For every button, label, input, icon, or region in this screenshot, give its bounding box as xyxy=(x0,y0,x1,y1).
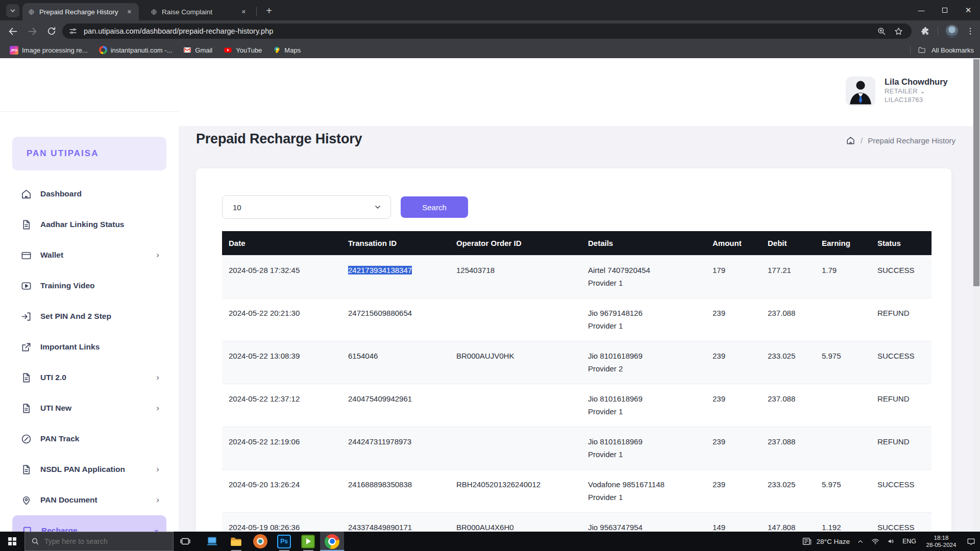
bookmark-instantpanuti[interactable]: instantpanuti.com -... xyxy=(94,43,177,57)
toolbar-right xyxy=(920,23,975,39)
cell-debit: 237.088 xyxy=(761,384,815,427)
zoom-icon[interactable] xyxy=(877,27,887,36)
home-icon[interactable] xyxy=(846,136,855,145)
sidebar-item-uti-new[interactable]: UTI New › xyxy=(0,393,179,423)
sidebar-item-uti-2-0[interactable]: UTI 2.0 › xyxy=(0,362,179,393)
bookmark-maps[interactable]: Maps xyxy=(268,43,305,57)
wifi-icon[interactable] xyxy=(871,537,880,545)
bookmark-label: YouTube xyxy=(236,46,262,54)
new-tab-button[interactable]: + xyxy=(262,4,276,17)
sidebar-item-training-video[interactable]: Training Video xyxy=(0,270,179,301)
taskbar-app-play[interactable] xyxy=(296,532,320,551)
tab-close-icon[interactable]: ✕ xyxy=(239,8,248,16)
address-bar[interactable]: pan.utipaisa.com/dashboard/prepaid-recha… xyxy=(62,23,912,39)
news-weather-widget[interactable]: 28°C Haze xyxy=(802,536,849,546)
omnibox-actions xyxy=(877,27,903,36)
cell-date: 2024-05-22 12:37:12 xyxy=(222,384,341,427)
cell-debit: 237.088 xyxy=(761,298,815,341)
taskbar-app-chrome[interactable] xyxy=(320,532,344,551)
taskbar-app-photoshop[interactable]: Ps xyxy=(272,532,296,551)
sidebar-item-pan-track[interactable]: PAN Track xyxy=(0,423,179,454)
browser-tabstrip: Prepaid Recharge History ✕ Raise Complai… xyxy=(0,0,980,20)
sidebar-item-wallet[interactable]: Wallet › xyxy=(0,240,179,270)
cell-operator-order-id: BR000AUJV0HK xyxy=(450,341,581,384)
tab-list-button[interactable] xyxy=(6,4,19,17)
folder-icon xyxy=(918,46,926,55)
task-view-button[interactable] xyxy=(174,532,197,551)
cell-details: Jio 8101618969Provider 2 xyxy=(581,341,706,384)
minimize-button[interactable]: — xyxy=(910,0,933,20)
tab-prepaid-recharge-history[interactable]: Prepaid Recharge History ✕ xyxy=(22,3,139,20)
breadcrumb-current: Prepaid Recharge History xyxy=(868,136,955,145)
user-profile[interactable]: Lila Chowdhury RETAILER ⌄ LILAC18763 xyxy=(846,77,948,106)
cell-amount: 239 xyxy=(706,470,761,512)
user-role[interactable]: RETAILER ⌄ xyxy=(885,87,948,95)
table-header-row: Date Transation ID Operator Order ID Det… xyxy=(222,231,932,255)
browser-profile-avatar[interactable] xyxy=(945,24,959,38)
menu-dots-icon[interactable] xyxy=(966,27,975,36)
compass-icon xyxy=(20,433,32,445)
taskbar-app-file-explorer[interactable] xyxy=(224,532,248,551)
tray-chevron-up-icon[interactable] xyxy=(856,538,864,545)
taskbar-search[interactable] xyxy=(24,532,174,551)
url-text: pan.utipaisa.com/dashboard/prepaid-recha… xyxy=(84,27,877,35)
clock[interactable]: 18:18 28-05-2024 xyxy=(923,534,960,548)
scrollbar-thumb[interactable] xyxy=(973,59,979,286)
sidebar-item-aadhar-linking-status[interactable]: Aadhar Linking Status xyxy=(0,209,179,240)
maps-icon xyxy=(273,46,281,54)
cell-earning: 1.192 xyxy=(815,513,871,532)
taskbar-search-input[interactable] xyxy=(44,537,157,545)
taskbar-app-photos[interactable] xyxy=(248,532,272,551)
action-center-icon[interactable] xyxy=(966,537,976,546)
system-tray: 28°C Haze ENG 18:18 28-05-2024 xyxy=(802,532,980,551)
volume-icon[interactable] xyxy=(887,537,896,545)
page-size-select[interactable]: 10 xyxy=(222,195,391,219)
chevron-down-icon xyxy=(10,8,16,14)
close-button[interactable]: ✕ xyxy=(957,0,980,20)
extensions-puzzle-icon[interactable] xyxy=(920,26,930,36)
sidebar-item-pan-document[interactable]: PAN Document › xyxy=(0,485,179,515)
bookmark-image-processing[interactable]: JPG Image processing re... xyxy=(5,43,92,57)
bookmark-youtube[interactable]: YouTube xyxy=(219,43,266,57)
cell-operator-order-id: RBH2405201326240012 xyxy=(450,470,581,512)
taskbar-app-pc[interactable] xyxy=(200,532,224,551)
col-header-status: Status xyxy=(871,239,932,247)
avatar xyxy=(846,77,875,106)
bookmark-label: Maps xyxy=(284,46,301,54)
page-scrollbar[interactable] xyxy=(973,58,980,532)
sidebar-item-nsdl-pan-application[interactable]: NSDL PAN Application › xyxy=(0,454,179,485)
all-bookmarks[interactable]: All Bookmarks xyxy=(910,45,974,55)
sidebar-item-dashboard[interactable]: Dashboard xyxy=(0,179,179,209)
sidebar-item-recharge[interactable]: Recharge › xyxy=(12,515,166,532)
reload-button[interactable] xyxy=(42,22,61,40)
tab-raise-complaint[interactable]: Raise Complaint ✕ xyxy=(145,3,253,20)
bookmark-star-icon[interactable] xyxy=(894,27,903,36)
sidebar-item-important-links[interactable]: Important Links xyxy=(0,332,179,362)
bookmark-gmail[interactable]: Gmail xyxy=(179,43,217,57)
chevron-right-icon: › xyxy=(156,250,159,260)
back-button[interactable] xyxy=(3,22,22,40)
table-row: 2024-05-22 12:19:06 244247311978973 Jio … xyxy=(222,427,932,469)
site-settings-icon[interactable] xyxy=(68,27,78,36)
cell-debit: 147.808 xyxy=(761,513,815,532)
sidebar-item-label: UTI 2.0 xyxy=(40,373,66,382)
brand-badge[interactable]: PAN UTIPAISA xyxy=(12,137,166,170)
external-link-icon xyxy=(20,341,32,353)
maximize-button[interactable] xyxy=(933,0,957,20)
start-button[interactable] xyxy=(0,532,24,551)
sidebar-item-label: NSDL PAN Application xyxy=(40,465,125,474)
cell-transaction-id: 6154046 xyxy=(341,341,450,384)
google-icon xyxy=(99,46,107,54)
sidebar-item-set-pin[interactable]: Set PIN And 2 Step xyxy=(0,301,179,332)
content-card: 10 Search Date Transation ID Operator Or… xyxy=(196,168,951,532)
folder-icon xyxy=(229,535,243,548)
youtube-icon xyxy=(224,46,232,54)
forward-button[interactable] xyxy=(22,22,42,40)
language-indicator[interactable]: ENG xyxy=(902,538,916,545)
cell-details: Jio 9679148126Provider 1 xyxy=(581,298,706,341)
col-header-operator-order-id: Operator Order ID xyxy=(450,239,581,247)
sidebar-divider xyxy=(0,111,179,112)
search-button[interactable]: Search xyxy=(401,196,468,218)
tab-close-icon[interactable]: ✕ xyxy=(125,8,134,16)
video-icon xyxy=(20,280,32,292)
